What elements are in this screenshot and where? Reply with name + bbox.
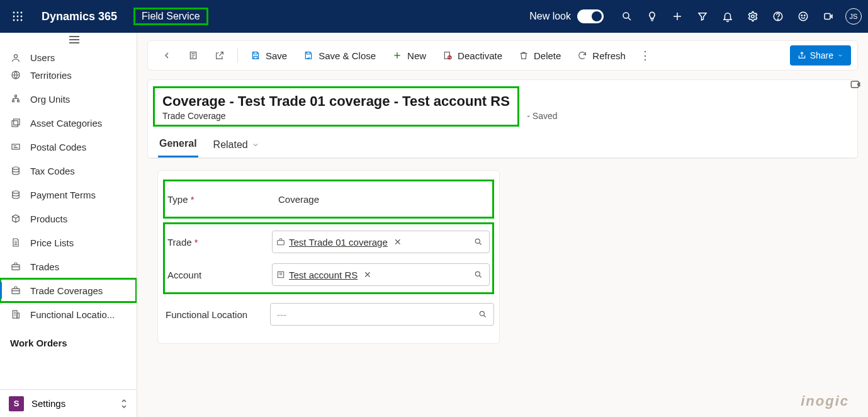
deactivate-icon <box>442 50 453 60</box>
save-close-button[interactable]: Save & Close <box>296 44 383 67</box>
sidebar: Users Territories Org Units Asset Catego… <box>0 33 137 417</box>
product-name: Dynamics 365 <box>33 10 126 23</box>
toolbox-icon <box>10 285 21 295</box>
area-label: Settings <box>31 398 65 409</box>
chevron-down-icon <box>252 141 259 149</box>
sidebar-item-tax-codes[interactable]: Tax Codes <box>0 159 137 183</box>
copilot-button[interactable] <box>849 78 862 91</box>
button-label: Save <box>266 50 287 61</box>
svg-point-0 <box>13 12 15 14</box>
sidebar-collapse-button[interactable] <box>0 33 137 47</box>
plus-icon <box>392 50 402 60</box>
sidebar-item-label: Trade Coverages <box>30 285 103 296</box>
more-commands-button[interactable]: ⋮ <box>634 49 656 62</box>
sidebar-item-price-lists[interactable]: Price Lists <box>0 231 137 254</box>
svg-point-9 <box>623 13 629 18</box>
tab-label: Related <box>213 139 248 151</box>
account-link[interactable]: Test account RS <box>289 270 358 280</box>
record-form: Coverage - Test Trade 01 coverage - Test… <box>147 79 858 159</box>
filter-icon[interactable] <box>690 0 714 33</box>
button-label: Deactivate <box>458 50 502 61</box>
globe-icon <box>10 70 21 80</box>
tab-related[interactable]: Related <box>212 135 261 157</box>
account-lookup[interactable]: Test account RS ✕ <box>272 263 490 286</box>
svg-point-2 <box>21 12 23 14</box>
svg-point-49 <box>480 311 484 316</box>
sidebar-item-label: Users <box>30 52 55 63</box>
svg-rect-36 <box>17 313 19 318</box>
area-switcher[interactable]: S Settings <box>0 389 137 417</box>
sidebar-item-trades[interactable]: Trades <box>0 254 137 278</box>
new-look-toggle[interactable] <box>577 9 604 23</box>
sidebar-item-payment-terms[interactable]: Payment Terms <box>0 183 137 207</box>
sidebar-item-label: Tax Codes <box>30 166 75 176</box>
open-new-window-button[interactable] <box>207 44 232 67</box>
trade-link[interactable]: Test Trade 01 coverage <box>289 237 388 248</box>
new-button[interactable]: New <box>385 44 434 67</box>
account-tag: Test account RS ✕ <box>276 270 374 280</box>
chevron-down-icon <box>837 52 843 59</box>
form-icon <box>188 50 198 60</box>
field-label-type: Type * <box>165 194 272 205</box>
refresh-button[interactable]: Refresh <box>570 44 633 67</box>
share-button[interactable]: Share <box>790 45 851 66</box>
sidebar-group-work-orders: Work Orders <box>0 326 137 352</box>
sidebar-item-label: Payment Terms <box>30 190 96 200</box>
functional-location-lookup[interactable]: --- <box>270 303 494 326</box>
teams-icon[interactable] <box>816 0 840 33</box>
sidebar-item-users[interactable]: Users <box>0 49 137 63</box>
add-icon[interactable] <box>665 0 689 33</box>
svg-point-16 <box>799 12 808 21</box>
sidebar-item-functional-locations[interactable]: Functional Locatio... <box>0 302 137 326</box>
remove-trade-button[interactable]: ✕ <box>392 237 404 247</box>
deactivate-button[interactable]: Deactivate <box>435 44 510 67</box>
area-initial: S <box>9 396 24 411</box>
search-icon[interactable] <box>471 270 485 279</box>
account-icon <box>276 270 285 279</box>
help-icon[interactable] <box>766 0 790 33</box>
sidebar-item-asset-categories[interactable]: Asset Categories <box>0 111 137 135</box>
stack-icon <box>10 166 21 176</box>
svg-rect-28 <box>12 121 18 127</box>
new-look-toggle-group: New look <box>529 9 604 23</box>
sidebar-item-trade-coverages[interactable]: Trade Coverages <box>0 278 137 302</box>
sidebar-item-territories[interactable]: Territories <box>0 63 137 87</box>
trade-lookup[interactable]: Test Trade 01 coverage ✕ <box>272 231 490 253</box>
svg-line-50 <box>484 316 486 317</box>
lookup-placeholder: --- <box>274 309 286 320</box>
button-label: Delete <box>534 50 561 61</box>
sidebar-item-postal-codes[interactable]: Postal Codes <box>0 135 137 159</box>
gear-icon[interactable] <box>741 0 765 33</box>
svg-point-31 <box>13 167 20 169</box>
entity-name: Trade Coverage <box>162 111 510 121</box>
sidebar-item-label: Functional Locatio... <box>30 309 115 320</box>
form-selector-button[interactable] <box>181 44 206 67</box>
app-launcher-button[interactable] <box>3 11 33 21</box>
lightbulb-icon[interactable] <box>640 0 664 33</box>
search-icon[interactable] <box>471 237 485 246</box>
smile-icon[interactable] <box>791 0 815 33</box>
type-value[interactable]: Coverage <box>272 189 490 210</box>
back-button[interactable] <box>154 44 179 67</box>
search-icon[interactable] <box>476 310 490 319</box>
delete-button[interactable]: Delete <box>511 44 568 67</box>
sidebar-item-org-units[interactable]: Org Units <box>0 87 137 111</box>
sidebar-item-products[interactable]: Products <box>0 207 137 231</box>
toolbox-icon <box>276 237 285 246</box>
tab-general[interactable]: General <box>158 135 198 157</box>
save-button[interactable]: Save <box>243 44 295 67</box>
search-icon[interactable] <box>615 0 639 33</box>
sidebar-nav-list: Users Territories Org Units Asset Catego… <box>0 47 137 389</box>
trash-icon <box>519 50 529 60</box>
user-icon <box>10 53 21 63</box>
toolbox-icon <box>10 261 21 271</box>
svg-rect-43 <box>278 241 285 245</box>
remove-account-button[interactable]: ✕ <box>361 270 374 280</box>
user-avatar[interactable]: JS <box>842 0 865 33</box>
svg-point-6 <box>13 20 15 21</box>
building-icon <box>10 309 21 319</box>
bell-icon[interactable] <box>716 0 740 33</box>
refresh-icon <box>577 50 587 60</box>
field-label-account: Account <box>165 270 272 280</box>
main-content: Save Save & Close New Deactivate Delete … <box>137 33 868 417</box>
